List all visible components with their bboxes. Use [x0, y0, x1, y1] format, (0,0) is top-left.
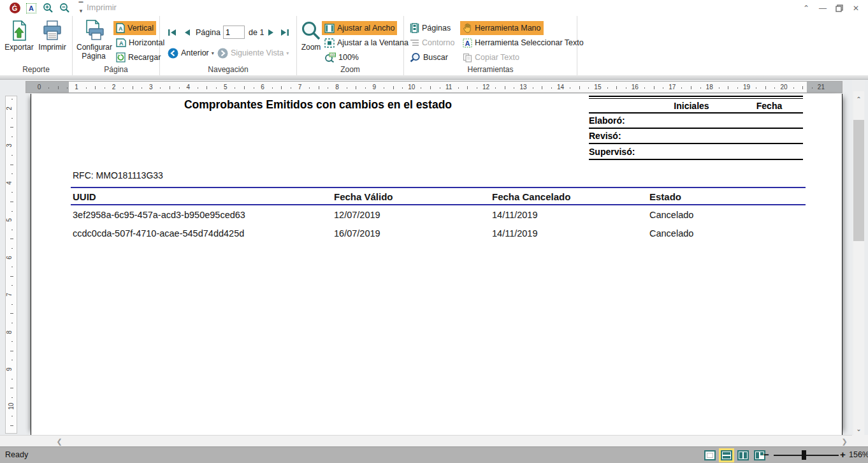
zoom-button[interactable]: Zoom [298, 18, 324, 52]
paginas-label: Páginas [422, 24, 451, 33]
pages-icon [410, 23, 419, 33]
zoom-100-icon: 100 [324, 52, 336, 62]
ribbon-group-navegacion: Página de 1 Anterior ▾ Siguiente Vista ▾… [160, 16, 297, 75]
hruler-number: 13 [519, 84, 526, 91]
signoff-header-iniciales: Iniciales [647, 101, 735, 111]
copy-icon [463, 53, 472, 62]
hand-icon [463, 23, 472, 33]
table-row: ccdc0cda-507f-4710-acae-545d74dd425d16/0… [71, 224, 806, 242]
table-header-cell: Estado [649, 191, 681, 202]
outline-icon [410, 38, 419, 47]
signoff-row: Supervisó: [589, 144, 803, 160]
document-viewer: 0123456789101112131415161718192021 23456… [0, 80, 868, 435]
scroll-down-icon[interactable]: ⌄ [853, 422, 864, 435]
scrollbar-corner [852, 435, 868, 446]
hruler-number: 1 [75, 84, 78, 91]
hruler-number: 4 [186, 84, 190, 91]
recargar-label: Recargar [128, 53, 161, 62]
hruler-number: 11 [445, 84, 452, 91]
single-page-view-button[interactable] [702, 448, 718, 462]
vertical-label: Vertical [127, 24, 154, 33]
group-label-zoom: Zoom [297, 65, 403, 74]
two-page-view-button[interactable] [735, 448, 751, 462]
status-bar: Ready − + 156% [0, 446, 868, 463]
scroll-right-icon[interactable]: ❯ [839, 436, 850, 447]
hruler-number: 2 [112, 84, 116, 91]
next-page-button[interactable] [264, 26, 277, 40]
hruler-number: 7 [298, 84, 302, 91]
table-cell: ccdc0cda-507f-4710-acae-545d74dd425d [73, 228, 244, 239]
window-title: Imprimir [87, 3, 117, 12]
hruler-number: 8 [335, 84, 339, 91]
zoom-slider-track[interactable] [774, 455, 839, 456]
report-page[interactable]: Comprobantes Emitidos con cambios en el … [31, 94, 843, 435]
close-icon[interactable]: ✕ [848, 0, 864, 16]
vertical-button[interactable]: A Vertical [113, 21, 156, 35]
table-cell: Cancelado [649, 210, 693, 220]
signoff-label-superviso: Supervisó: [589, 147, 635, 157]
herramienta-mano-button[interactable]: Herramienta Mano [460, 21, 544, 35]
exportar-button[interactable]: Exportar [3, 18, 36, 52]
horizontal-button[interactable]: A Horizontal [113, 36, 167, 50]
refresh-icon [116, 52, 126, 62]
forward-circle-icon [217, 48, 228, 59]
horizontal-label: Horizontal [129, 38, 164, 47]
copiar-texto-button[interactable]: Copiar Texto [460, 50, 522, 64]
ajustar-al-ancho-button[interactable]: Ajustar al Ancho [322, 21, 397, 35]
previous-page-button[interactable] [181, 26, 194, 40]
first-page-button[interactable] [166, 26, 178, 40]
horizontal-ruler: 0123456789101112131415161718192021 [25, 81, 843, 93]
page-number-input[interactable] [223, 26, 245, 39]
page-label: Página [196, 28, 221, 37]
zoom-100-button[interactable]: 100 100% [322, 50, 361, 64]
page-count-label: de 1 [249, 28, 264, 37]
imprimir-button[interactable]: Imprimir [36, 18, 69, 52]
hruler-number: 5 [224, 84, 228, 91]
report-table: UUIDFecha VálidoFecha CanceladoEstado 3e… [71, 187, 806, 242]
table-cell: Cancelado [649, 228, 693, 239]
zoom-in-icon[interactable] [42, 3, 54, 14]
configurar-pagina-button[interactable]: Configurar Página [76, 18, 111, 61]
table-header-cell: Fecha Cancelado [492, 191, 570, 202]
hruler-number: 0 [38, 84, 41, 91]
scroll-up-icon[interactable]: ⌃ [853, 92, 864, 105]
qat-customize-dropdown-icon[interactable]: ▔▾ [75, 3, 87, 14]
vertical-scroll-thumb[interactable] [853, 120, 864, 241]
vruler-number: 4 [6, 181, 13, 185]
ajustar-al-ancho-label: Ajustar al Ancho [337, 24, 394, 33]
fit-window-icon [324, 38, 335, 48]
scroll-left-icon[interactable]: ❮ [54, 436, 65, 447]
hruler-number: 6 [261, 84, 264, 91]
zoom-out-icon[interactable] [59, 3, 70, 14]
last-page-button[interactable] [278, 26, 291, 40]
select-text-tool-icon[interactable]: A [25, 3, 37, 14]
vruler-number: 3 [6, 144, 13, 148]
export-icon [3, 18, 36, 43]
ribbon-bottom-edge [0, 75, 868, 80]
minimize-icon[interactable]: — [814, 0, 831, 16]
app-logo-icon[interactable]: Ġ [9, 3, 20, 14]
table-cell: 3ef2958a-6c95-457a-acd3-b950e95ced63 [73, 210, 245, 220]
anterior-button[interactable]: Anterior ▾ [165, 46, 217, 60]
zoom-slider-thumb[interactable] [802, 450, 806, 460]
vertical-scrollbar[interactable]: ⌃ ⌄ [852, 80, 865, 435]
vruler-number: 8 [6, 330, 13, 334]
horizontal-scrollbar[interactable]: ❮ ❯ [0, 435, 852, 446]
ajustar-a-la-ventana-button[interactable]: Ajustar a la Ventana [322, 36, 411, 50]
contorno-button[interactable]: Contorno [407, 36, 457, 50]
paginas-button[interactable]: Páginas [407, 21, 453, 35]
fit-width-view-button[interactable] [719, 448, 734, 462]
anterior-dropdown-icon: ▾ [212, 50, 214, 56]
recargar-button[interactable]: Recargar [113, 50, 163, 64]
zoom-out-minus-button[interactable]: − [763, 449, 769, 460]
restore-icon[interactable] [831, 0, 848, 16]
siguiente-vista-button[interactable]: Siguiente Vista ▾ [215, 46, 291, 60]
buscar-button[interactable]: Buscar [407, 50, 451, 64]
svg-text:A: A [119, 26, 123, 32]
hruler-number: 12 [482, 84, 489, 91]
herramienta-seleccionar-texto-button[interactable]: A Herramienta Seleccionar Texto [460, 36, 586, 50]
collapse-ribbon-icon[interactable]: ⌃ [798, 0, 814, 16]
hruler-number: 21 [818, 84, 825, 91]
zoom-in-plus-button[interactable]: + [840, 449, 846, 460]
vruler-number: 6 [6, 256, 13, 260]
